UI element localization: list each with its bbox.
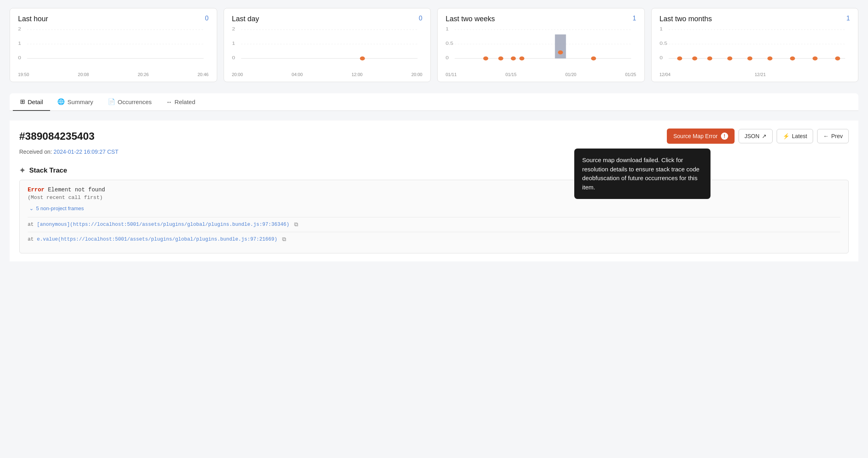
received-label: Received on: [19,149,52,155]
tab-related[interactable]: ↔ Related [159,93,203,111]
chart-area-3: 1 0.5 0 [446,26,636,70]
latest-button[interactable]: ⚡ Latest [777,129,813,143]
chart-link-1[interactable]: 0 [205,15,209,22]
detail-icon: ⊞ [20,98,25,105]
external-link-icon: ↗ [762,133,767,139]
svg-text:0: 0 [232,55,235,60]
source-map-error-button[interactable]: Source Map Error ! [667,129,734,144]
chart-header-3: Last two weeks 1 [446,15,636,23]
chart-label: 20:26 [138,72,149,77]
occurrences-icon: 📄 [108,98,115,105]
stack-trace-title: Stack Trace [29,167,67,175]
chart-label: 20:46 [198,72,209,77]
chart-label: 20:00 [232,72,243,77]
chart-header-2: Last day 0 [232,15,423,23]
svg-text:1: 1 [660,26,663,31]
copy-icon-2[interactable]: ⧉ [282,236,286,243]
chart-label: 12/21 [755,72,766,77]
svg-point-37 [767,56,773,60]
chart-title-1: Last hour [18,15,48,23]
received-date-link[interactable]: 2024-01-22 16:09:27 CST [54,149,119,155]
chart-area-4: 1 0.5 0 [660,26,850,70]
svg-point-25 [591,56,596,60]
svg-point-35 [727,56,732,60]
svg-text:0: 0 [446,55,449,60]
header-actions: Source Map Error ! Source map download f… [667,129,849,144]
svg-text:2: 2 [232,26,235,31]
chart-label: 12/04 [660,72,671,77]
tab-summary[interactable]: 🌐 Summary [50,93,100,111]
json-label: JSON [745,133,759,139]
chart-label: 01/25 [625,72,636,77]
svg-rect-19 [555,34,566,58]
prev-button[interactable]: ← Prev [817,129,849,143]
chart-header-1: Last hour 0 [18,15,209,23]
main-content: #389084235403 Source Map Error ! Source … [10,121,858,261]
chart-label: 12:00 [351,72,363,77]
summary-icon: 🌐 [57,98,65,105]
tab-detail[interactable]: ⊞ Detail [13,93,50,111]
issue-header: #389084235403 Source Map Error ! Source … [10,121,858,149]
chart-label: 20:00 [411,72,422,77]
copy-icon-1[interactable]: ⧉ [294,221,298,228]
tab-detail-label: Detail [28,98,43,105]
tab-occurrences-label: Occurrences [118,98,152,105]
latest-label: Latest [792,133,807,139]
chart-link-3[interactable]: 1 [633,15,636,22]
svg-point-34 [707,56,712,60]
svg-point-12 [360,56,365,60]
chart-labels-1: 19:50 20:08 20:26 20:46 [18,72,209,77]
related-icon: ↔ [166,98,172,105]
svg-text:1: 1 [446,26,449,31]
prev-arrow-icon: ← [823,133,829,139]
page-container: Last hour 0 2 1 0 19:50 20:08 20:26 20:4… [0,0,868,269]
error-message: Element not found [48,187,105,193]
source-map-error-label: Source Map Error [673,133,717,139]
svg-point-36 [747,56,752,60]
frames-toggle[interactable]: ⌄ 5 non-project frames [28,205,840,211]
tab-occurrences[interactable]: 📄 Occurrences [101,93,159,111]
chart-label: 01/20 [565,72,577,77]
svg-point-40 [835,56,840,60]
tab-summary-label: Summary [67,98,93,105]
chart-labels-4: 12/04 12/21 [660,72,850,77]
svg-text:0.5: 0.5 [446,41,453,46]
stack-trace-header: ✦ Stack Trace [19,166,849,175]
chart-labels-3: 01/11 01/15 01/20 01/25 [446,72,636,77]
tooltip-container: Source Map Error ! Source map download f… [667,129,734,144]
chart-header-4: Last two months 1 [660,15,850,23]
chart-label: 01/15 [505,72,517,77]
chart-area-2: 2 1 0 [232,26,423,70]
chart-title-3: Last two weeks [446,15,495,23]
svg-text:0: 0 [18,55,21,60]
chart-link-4[interactable]: 1 [846,15,850,22]
latest-icon: ⚡ [783,133,789,139]
chart-label: 19:50 [18,72,29,77]
svg-point-33 [692,56,697,60]
json-button[interactable]: JSON ↗ [739,129,773,143]
error-subtitle: (Most recent call first) [28,195,840,201]
table-row: at [anonymous](https://localhost:5001/as… [28,217,840,232]
frame-link-1[interactable]: [anonymous](https://localhost:5001/asset… [37,222,289,227]
svg-point-20 [483,56,489,60]
svg-text:1: 1 [18,41,21,46]
chart-labels-2: 20:00 04:00 12:00 20:00 [232,72,423,77]
chart-link-2[interactable]: 0 [419,15,422,22]
svg-point-22 [511,56,516,60]
chevron-down-icon: ⌄ [29,205,34,211]
table-row: at e.value(https://localhost:5001/assets… [28,232,840,247]
frame-at-2: at [28,237,34,242]
tabs-container: ⊞ Detail 🌐 Summary 📄 Occurrences ↔ Relat… [10,93,858,111]
charts-row: Last hour 0 2 1 0 19:50 20:08 20:26 20:4… [10,8,858,82]
error-line: Error Element not found [28,187,840,193]
stack-trace-card: Error Element not found (Most recent cal… [19,180,849,253]
svg-point-24 [558,50,563,54]
prev-label: Prev [831,133,843,139]
svg-text:0: 0 [660,55,663,60]
frame-at-1: at [28,222,34,227]
chart-last-day: Last day 0 2 1 0 20:00 04:00 12:00 [224,8,431,82]
chart-title-2: Last day [232,15,259,23]
alert-icon: ! [721,133,728,140]
frame-link-2[interactable]: e.value(https://localhost:5001/assets/pl… [37,237,277,242]
svg-point-23 [519,56,525,60]
